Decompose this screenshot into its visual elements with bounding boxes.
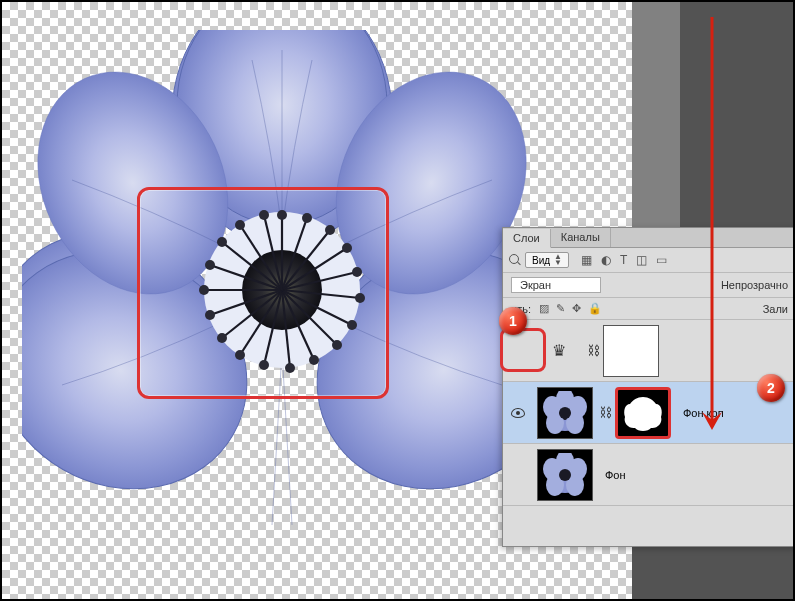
layer-row[interactable]: ♛ ⛓: [503, 320, 795, 382]
tab-layers[interactable]: Слои: [503, 229, 551, 248]
layer-name[interactable]: Фон коп: [683, 407, 724, 419]
lock-row: ить: ▨ ✎ ✥ 🔒 Зали: [503, 298, 795, 320]
mask-thumbnail[interactable]: [603, 325, 659, 377]
fill-label: Зали: [763, 303, 788, 315]
eye-icon: [511, 408, 525, 418]
layer-row[interactable]: ⛓ Фон коп: [503, 382, 795, 444]
svg-point-55: [559, 407, 571, 419]
mask-thumbnail[interactable]: [615, 387, 671, 439]
layers-list: ♛ ⛓ ⛓ Фон коп: [503, 320, 795, 506]
filter-pixel-icon[interactable]: ▦: [581, 253, 592, 267]
visibility-highlight: [500, 328, 546, 372]
tab-channels[interactable]: Каналы: [551, 228, 611, 247]
filter-type-icon[interactable]: T: [620, 253, 627, 267]
lock-move-icon[interactable]: ✥: [572, 302, 581, 315]
link-icon[interactable]: ⛓: [587, 343, 597, 358]
layer-row[interactable]: Фон: [503, 444, 795, 506]
link-icon[interactable]: ⛓: [599, 405, 609, 420]
kind-dropdown[interactable]: Вид ▲▼: [525, 252, 569, 268]
lock-pixels-icon[interactable]: ▨: [539, 302, 549, 315]
search-icon: [509, 254, 521, 266]
svg-point-62: [559, 469, 571, 481]
layer-thumbnail[interactable]: [537, 449, 593, 501]
selection-highlight: [137, 187, 389, 399]
filter-shape-icon[interactable]: ◫: [636, 253, 647, 267]
annotation-badge-2: 2: [757, 374, 785, 402]
filter-adjust-icon[interactable]: ◐: [601, 253, 611, 267]
filter-row: Вид ▲▼ ▦ ◐ T ◫ ▭: [503, 248, 795, 272]
canvas-pad: [632, 2, 680, 252]
panel-tabs: Слои Каналы: [503, 228, 795, 248]
chevron-updown-icon: ▲▼: [554, 254, 562, 266]
lock-all-icon[interactable]: 🔒: [588, 302, 602, 315]
layer-name[interactable]: Фон: [605, 469, 626, 481]
visibility-toggle[interactable]: [505, 408, 531, 418]
lock-brush-icon[interactable]: ✎: [556, 302, 565, 315]
layers-panel: Слои Каналы Вид ▲▼ ▦ ◐ T ◫ ▭ Экран Непро…: [502, 227, 795, 547]
layer-thumbnail[interactable]: [537, 387, 593, 439]
blend-row: Экран Непрозрачно: [503, 272, 795, 298]
kind-label: Вид: [532, 255, 550, 266]
smartobject-icon: ♛: [552, 341, 566, 360]
filter-smart-icon[interactable]: ▭: [656, 253, 667, 267]
opacity-label: Непрозрачно: [721, 279, 788, 291]
annotation-badge-1: 1: [499, 307, 527, 335]
blend-mode-dropdown[interactable]: Экран: [511, 277, 601, 293]
